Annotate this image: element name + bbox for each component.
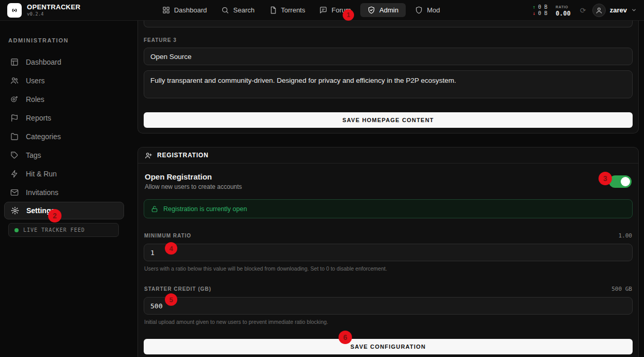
nav-label: Admin	[379, 6, 398, 14]
username: zarev	[610, 6, 627, 14]
download-value: 0 B	[538, 10, 547, 16]
unlock-icon	[151, 205, 158, 213]
live-tracker-feed[interactable]: LIVE TRACKER FEED	[8, 223, 119, 237]
chevron-down-icon	[631, 7, 637, 13]
sidebar-item-roles[interactable]: Roles	[0, 90, 129, 109]
annotation-badge-6: 6	[339, 331, 352, 344]
registration-card-header: REGISTRATION	[138, 147, 638, 163]
starter-credit-help: Initial upload amount given to new users…	[144, 319, 633, 325]
open-registration-title: Open Registration	[145, 172, 242, 181]
avatar	[592, 4, 606, 17]
registration-card: REGISTRATION Open Registration Allow new…	[137, 147, 639, 357]
nav-label: Torrents	[281, 6, 305, 14]
shield-icon	[415, 6, 423, 14]
app-version: v0.2.4	[27, 11, 81, 17]
nav-dashboard[interactable]: Dashboard	[157, 3, 212, 17]
nav-label: Search	[233, 6, 254, 14]
starter-credit-input[interactable]	[144, 297, 633, 315]
search-icon	[221, 6, 229, 14]
sidebar-item-settings[interactable]: Settings	[4, 202, 124, 219]
annotation-badge-4: 4	[165, 242, 177, 255]
shield-check-icon	[367, 6, 375, 14]
sidebar-item-reports[interactable]: Reports	[0, 109, 129, 127]
starter-credit-label: STARTER CREDIT (GB)	[144, 286, 211, 292]
open-registration-text: Open Registration Allow new users to cre…	[145, 172, 242, 190]
minimum-ratio-current: 1.00	[619, 232, 633, 239]
sidebar-item-label: Categories	[26, 132, 61, 141]
annotation-badge-1: 1	[343, 9, 354, 21]
sidebar-item-dashboard[interactable]: Dashboard	[0, 53, 129, 71]
sidebar-list: Dashboard Users Roles Reports Categ	[0, 53, 129, 219]
sidebar-item-label: Roles	[26, 95, 44, 103]
zap-icon	[10, 170, 19, 178]
transfer-stats: ↑ 0 B ↓ 0 B	[532, 4, 547, 16]
nav-admin[interactable]: Admin	[360, 3, 406, 17]
sidebar-item-label: Reports	[26, 114, 51, 122]
grid-icon	[162, 6, 170, 14]
open-registration-row: Open Registration Allow new users to cre…	[144, 172, 633, 190]
starter-credit-label-row: STARTER CREDIT (GB) 500 GB	[144, 286, 633, 292]
brand-text: OPENTRACKER v0.2.4	[27, 4, 81, 17]
registration-header-title: REGISTRATION	[157, 152, 208, 159]
sidebar-item-invitations[interactable]: Invitations	[0, 183, 129, 202]
folder-icon	[10, 132, 19, 141]
sidebar-item-hit-and-run[interactable]: Hit & Run	[0, 165, 129, 183]
open-registration-subtitle: Allow new users to create accounts	[145, 183, 242, 190]
layout-icon	[10, 58, 19, 66]
nav-label: Mod	[427, 6, 440, 14]
sidebar-item-categories[interactable]: Categories	[0, 127, 129, 146]
refresh-icon[interactable]: ⟳	[580, 6, 586, 14]
feature3-title-input[interactable]	[144, 48, 633, 65]
annotation-badge-5: 5	[165, 293, 177, 306]
user-menu[interactable]: zarev	[592, 4, 637, 17]
open-registration-toggle[interactable]	[609, 175, 632, 188]
users-icon	[10, 77, 19, 85]
live-status-dot-icon	[14, 228, 19, 232]
save-configuration-button[interactable]: SAVE CONFIGURATION	[144, 339, 633, 354]
download-arrow-icon: ↓	[532, 10, 535, 16]
message-icon	[319, 6, 327, 14]
sidebar-item-users[interactable]: Users	[0, 71, 129, 90]
flag-icon	[10, 114, 19, 122]
nav-mod[interactable]: Mod	[410, 3, 445, 17]
broadcast-logo-icon	[7, 3, 22, 18]
sidebar-section-title: ADMINISTRATION	[8, 37, 129, 43]
minimum-ratio-label-row: MINIMUM RATIO 1.00	[144, 232, 633, 239]
live-tracker-feed-label: LIVE TRACKER FEED	[23, 227, 85, 233]
brand: OPENTRACKER v0.2.4	[7, 3, 81, 18]
save-homepage-content-button[interactable]: SAVE HOMEPAGE CONTENT	[144, 112, 633, 128]
nav-torrents[interactable]: Torrents	[264, 3, 311, 17]
homepage-content-card: FEATURE 3 Fully transparent and communit…	[137, 21, 639, 133]
minimum-ratio-group: MINIMUM RATIO 1.00 Users with a ratio be…	[144, 232, 633, 272]
main-content: FEATURE 3 Fully transparent and communit…	[137, 21, 639, 357]
clipped-input[interactable]	[144, 21, 633, 27]
mail-icon	[10, 188, 19, 197]
annotation-badge-2: 2	[48, 209, 62, 222]
nav-search[interactable]: Search	[216, 3, 259, 17]
app-title: OPENTRACKER	[27, 4, 81, 10]
ratio-value: 0.00	[556, 11, 571, 16]
registration-status-banner: Registration is currently open	[144, 199, 633, 218]
minimum-ratio-input[interactable]	[144, 244, 633, 261]
upload-value: 0 B	[538, 4, 547, 10]
tag-icon	[10, 151, 19, 159]
user-cog-icon	[10, 95, 19, 103]
feature3-label: FEATURE 3	[144, 37, 633, 43]
sidebar-item-label: Users	[26, 77, 45, 85]
gear-icon	[11, 206, 19, 215]
starter-credit-group: STARTER CREDIT (GB) 500 GB Initial uploa…	[144, 286, 633, 325]
sidebar-item-tags[interactable]: Tags	[0, 146, 129, 165]
registration-card-body: Open Registration Allow new users to cre…	[138, 163, 638, 357]
upload-arrow-icon: ↑	[532, 4, 535, 10]
user-icon	[595, 7, 603, 14]
primary-nav: Dashboard Search Torrents Forum	[157, 3, 446, 17]
feature3-description-textarea[interactable]: Fully transparent and community-driven. …	[144, 70, 633, 98]
sidebar-item-label: Hit & Run	[26, 170, 57, 178]
admin-sidebar: ADMINISTRATION Dashboard Users Roles	[0, 21, 129, 357]
registration-status-text: Registration is currently open	[163, 205, 247, 213]
user-plus-icon	[145, 152, 152, 159]
file-icon	[269, 6, 277, 14]
nav-label: Dashboard	[174, 6, 207, 14]
top-navbar: OPENTRACKER v0.2.4 Dashboard Search Torr…	[0, 0, 644, 21]
sidebar-item-label: Tags	[26, 151, 41, 159]
